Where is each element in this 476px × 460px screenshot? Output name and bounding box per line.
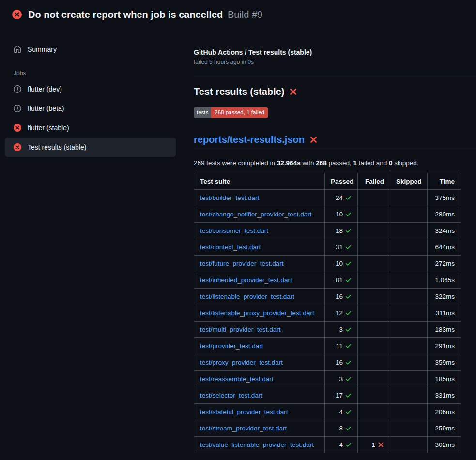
report-heading: reports/test-results.json — [194, 134, 476, 151]
suite-cell: test/change_notifier_provider_test.dart — [194, 206, 325, 222]
skipped-cell — [390, 337, 428, 354]
passed-cell-value: 17 — [336, 392, 343, 399]
x-icon — [289, 88, 297, 96]
passed-cell: 12 — [325, 305, 358, 321]
test-suite-link[interactable]: test/reassemble_test.dart — [200, 375, 274, 383]
table-row: test/reassemble_test.dart3185ms — [194, 370, 461, 387]
main-content: GitHub Actions / Test results (stable) f… — [194, 27, 476, 453]
failed-cell: 1 — [358, 436, 390, 453]
report-link[interactable]: reports/test-results.json — [194, 134, 305, 145]
x-icon — [378, 442, 384, 448]
sidebar-item-flutter-beta[interactable]: flutter (beta) — [5, 99, 176, 118]
suite-cell: test/listenable_provider_test.dart — [194, 288, 325, 305]
table-row: test/value_listenable_provider_test.dart… — [194, 436, 461, 453]
passed-cell: 11 — [325, 337, 358, 354]
failed-cell — [358, 337, 390, 354]
test-suite-link[interactable]: test/proxy_provider_test.dart — [200, 359, 283, 366]
divider — [194, 74, 476, 74]
sidebar-item-flutter-dev[interactable]: flutter (dev) — [5, 79, 176, 99]
check-icon — [345, 277, 352, 283]
passed-cell-value: 24 — [336, 194, 343, 201]
skipped-cell — [390, 239, 428, 255]
summary-label: Summary — [28, 45, 57, 54]
test-suite-link[interactable]: test/provider_test.dart — [200, 342, 263, 350]
summary-duration: 32.964s — [277, 159, 301, 167]
passed-cell-value: 3 — [339, 375, 343, 383]
test-suite-link[interactable]: test/listenable_provider_test.dart — [200, 293, 294, 300]
sidebar-item-test-results-stable[interactable]: Test results (stable) — [5, 138, 176, 157]
section-title: Test results (stable) — [194, 86, 476, 97]
suite-cell: test/provider_test.dart — [194, 337, 325, 354]
build-number: Build #9 — [228, 9, 262, 20]
skipped-cell — [390, 354, 428, 370]
test-suite-link[interactable]: test/consumer_test.dart — [200, 227, 268, 234]
table-row: test/future_provider_test.dart10272ms — [194, 255, 461, 272]
column-header-skipped: Skipped — [390, 173, 428, 189]
suite-cell: test/reassemble_test.dart — [194, 370, 325, 387]
summary-skipped-count: 0 — [389, 159, 393, 167]
test-suite-link[interactable]: test/context_test.dart — [200, 244, 261, 251]
sidebar: Summary Jobs flutter (dev)flutter (beta)… — [0, 27, 194, 157]
test-suite-link[interactable]: test/change_notifier_provider_test.dart — [200, 211, 311, 218]
sidebar-item-flutter-stable[interactable]: flutter (stable) — [5, 118, 176, 138]
failed-cell — [358, 370, 390, 387]
failed-cell — [358, 420, 390, 436]
passed-cell-value: 8 — [339, 425, 343, 432]
failed-cell — [358, 288, 390, 305]
check-icon — [345, 392, 352, 399]
test-suite-link[interactable]: test/value_listenable_provider_test.dart — [200, 441, 314, 448]
sidebar-item-summary[interactable]: Summary — [5, 40, 176, 59]
skipped-cell — [390, 206, 428, 222]
time-cell: 311ms — [428, 305, 461, 321]
time-cell: 375ms — [428, 189, 461, 206]
check-icon — [345, 343, 352, 349]
check-icon — [345, 228, 352, 234]
passed-cell-value: 4 — [339, 408, 343, 415]
passed-cell-value: 16 — [336, 293, 343, 300]
test-suite-link[interactable]: test/selector_test.dart — [200, 392, 262, 399]
suite-cell: test/stateful_provider_test.dart — [194, 403, 325, 420]
check-icon — [345, 261, 352, 267]
failed-cell — [358, 189, 390, 206]
time-cell: 291ms — [428, 337, 461, 354]
run-title-text: Do not create report when job is cancell… — [28, 9, 223, 20]
check-icon — [345, 195, 352, 201]
suite-cell: test/consumer_test.dart — [194, 222, 325, 239]
passed-cell: 10 — [325, 206, 358, 222]
passed-cell: 31 — [325, 239, 358, 255]
test-suite-link[interactable]: test/inherited_provider_test.dart — [200, 276, 292, 284]
check-icon — [345, 310, 352, 316]
test-suite-link[interactable]: test/future_provider_test.dart — [200, 260, 284, 267]
test-suite-link[interactable]: test/stateful_provider_test.dart — [200, 408, 288, 415]
job-label: flutter (dev) — [28, 84, 62, 94]
badge-label: tests — [194, 107, 211, 118]
suite-cell: test/selector_test.dart — [194, 387, 325, 403]
table-row: test/listenable_proxy_provider_test.dart… — [194, 305, 461, 321]
test-suite-link[interactable]: test/multi_provider_test.dart — [200, 326, 281, 333]
failed-cell — [358, 222, 390, 239]
passed-cell-value: 81 — [336, 276, 343, 284]
badge-value: 268 passed, 1 failed — [211, 107, 268, 118]
jobs-section-heading: Jobs — [14, 70, 176, 77]
table-row: test/selector_test.dart17331ms — [194, 387, 461, 403]
passed-cell: 16 — [325, 354, 358, 370]
test-suite-link[interactable]: test/builder_test.dart — [200, 194, 259, 201]
skipped-cell — [390, 370, 428, 387]
test-suite-link[interactable]: test/listenable_proxy_provider_test.dart — [200, 309, 314, 317]
suite-cell: test/value_listenable_provider_test.dart — [194, 436, 325, 453]
column-header-passed: Passed — [325, 173, 358, 189]
job-label: flutter (beta) — [28, 104, 64, 113]
suite-cell: test/proxy_provider_test.dart — [194, 354, 325, 370]
time-cell: 359ms — [428, 354, 461, 370]
passed-cell-value: 18 — [336, 227, 343, 234]
passed-cell: 4 — [325, 436, 358, 453]
column-header-test-suite: Test suite — [194, 173, 325, 189]
failed-cell — [358, 239, 390, 255]
column-header-failed: Failed — [358, 173, 390, 189]
table-row: test/provider_test.dart11291ms — [194, 337, 461, 354]
table-row: test/proxy_provider_test.dart16359ms — [194, 354, 461, 370]
table-header-row: Test suite Passed Failed Skipped Time — [194, 173, 461, 189]
test-suite-link[interactable]: test/stream_provider_test.dart — [200, 425, 287, 432]
passed-cell: 8 — [325, 420, 358, 436]
suite-cell: test/future_provider_test.dart — [194, 255, 325, 272]
